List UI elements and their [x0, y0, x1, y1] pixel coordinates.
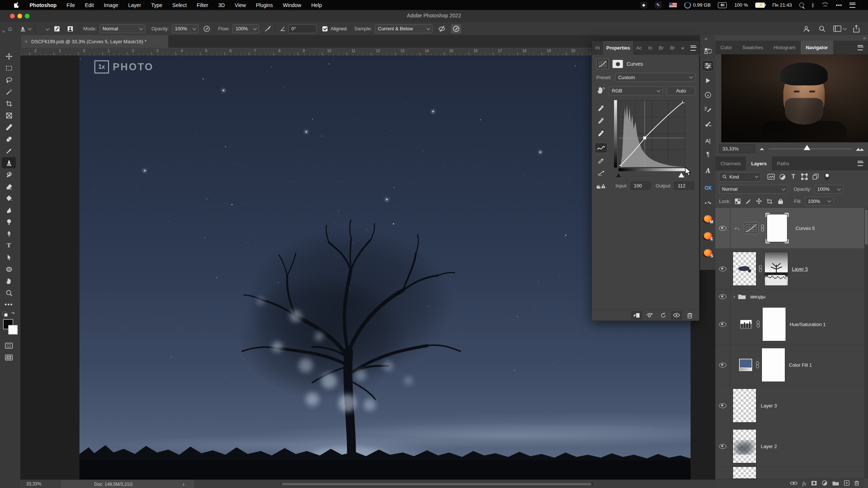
layer-row-layer-3[interactable]: Layer 3	[715, 385, 864, 426]
channel-dropdown[interactable]: RGB	[609, 87, 663, 95]
new-group-icon[interactable]	[832, 481, 839, 487]
tab-navigator[interactable]: Navigator	[801, 41, 833, 54]
history-brush-tool[interactable]	[2, 169, 16, 180]
preset-dropdown[interactable]: Custom	[615, 73, 695, 82]
zoom-out-icon[interactable]	[759, 147, 765, 150]
black-point-eyedropper-icon[interactable]	[595, 103, 607, 113]
mask-link-icon[interactable]	[756, 321, 760, 328]
visibility-toggle[interactable]	[715, 289, 730, 304]
tab-swatches[interactable]: Swatches	[737, 41, 768, 54]
curves-graph[interactable]	[618, 100, 685, 167]
hand-tool[interactable]	[2, 275, 16, 287]
output-value[interactable]: 112	[674, 182, 694, 190]
clone-stamp-tool[interactable]	[2, 157, 16, 168]
layer-row-layer-2[interactable]: Layer 2	[715, 426, 864, 467]
link-layers-icon[interactable]	[790, 481, 797, 487]
pressure-size-button[interactable]	[451, 24, 461, 34]
tab-properties[interactable]: Properties	[603, 41, 633, 55]
layer-row-curves-5[interactable]: ⌐↓ Curves 5	[715, 208, 864, 249]
brush-settings-panel-icon[interactable]	[702, 104, 714, 115]
curve-white-point[interactable]	[682, 101, 685, 103]
layer-row-group-zvezdy[interactable]: › звезды	[715, 289, 864, 304]
rightcol-collapse-icon[interactable]: «	[863, 35, 865, 41]
gradient-tool[interactable]	[2, 193, 16, 204]
edit-points-tool-icon[interactable]	[595, 143, 607, 153]
type-tool[interactable]: T	[2, 240, 16, 251]
auto-button[interactable]: Auto	[667, 87, 695, 95]
navigator-menu-icon[interactable]	[852, 41, 868, 54]
navigator-zoom-value[interactable]: 33,33%	[719, 144, 755, 153]
layer-row-color-fill-1[interactable]: Color Fill 1	[715, 345, 864, 386]
apple-icon[interactable]	[14, 2, 20, 8]
screen-mode-button[interactable]	[2, 352, 16, 363]
layer-thumbnail[interactable]	[733, 467, 756, 479]
brushes-panel-icon[interactable]	[702, 118, 714, 129]
layer-name[interactable]: звезды	[750, 294, 765, 299]
opacity-dropdown[interactable]: 100%	[172, 24, 199, 33]
glyphs-panel-icon[interactable]: A	[702, 165, 714, 176]
properties-panel-icon[interactable]	[702, 60, 714, 71]
tab-paths[interactable]: Paths	[772, 156, 794, 170]
layers-opacity-dropdown[interactable]: 100%	[814, 185, 843, 194]
actions-panel-icon[interactable]	[702, 75, 714, 86]
layer-name[interactable]: Color Fill 1	[789, 362, 812, 368]
layer-thumbnail[interactable]	[733, 389, 756, 423]
clip-to-layer-icon[interactable]	[631, 311, 642, 320]
visibility-toggle[interactable]	[715, 467, 730, 479]
color-fill-layer-icon[interactable]	[739, 358, 753, 372]
paragraph-panel-icon[interactable]: ¶	[702, 149, 714, 160]
healing-brush-tool[interactable]	[2, 133, 16, 145]
tab-histogram[interactable]: Histogram	[768, 41, 800, 54]
frame-tool[interactable]	[2, 110, 16, 121]
hue-saturation-layer-icon[interactable]	[740, 320, 752, 329]
status-zoom[interactable]: 33,33%	[26, 481, 41, 487]
dock-collapse-icon[interactable]: «	[705, 36, 706, 41]
properties-menu-icon[interactable]	[687, 41, 699, 55]
wifi-icon[interactable]	[822, 3, 828, 7]
crop-tool[interactable]	[2, 98, 16, 109]
move-tool[interactable]	[2, 51, 16, 62]
view-previous-state-icon[interactable]	[644, 311, 655, 320]
input-language-flag-icon[interactable]	[669, 3, 677, 7]
blend-mode-dropdown[interactable]: Normal	[719, 185, 788, 194]
toggle-visibility-icon[interactable]	[671, 311, 682, 320]
mask-thumbnail[interactable]	[762, 307, 786, 341]
tab-channels[interactable]: Channels	[715, 156, 746, 170]
keyboard-icon[interactable]	[718, 2, 727, 8]
menu-edit[interactable]: Edit	[85, 2, 94, 8]
battery-icon[interactable]: ⚡	[755, 3, 765, 8]
add-mask-icon[interactable]	[811, 481, 817, 487]
curves-mask-thumbnail[interactable]	[767, 214, 787, 242]
layer-row-hue-saturation-1[interactable]: Hue/Saturation 1	[715, 304, 864, 345]
marquee-tool[interactable]	[2, 62, 16, 74]
flow-dropdown[interactable]: 100%	[233, 24, 259, 33]
list-icon[interactable]	[850, 3, 855, 8]
background-color-swatch[interactable]	[8, 325, 18, 335]
mask-link-icon[interactable]	[761, 224, 764, 232]
workspace-switcher[interactable]	[833, 26, 846, 32]
layer-name[interactable]: Hue/Saturation 1	[790, 322, 826, 327]
tab-actions-truncated[interactable]: Ac	[633, 41, 645, 55]
tab-brush-settings-truncated[interactable]: Br	[667, 41, 678, 55]
highlight-input-slider[interactable]	[678, 173, 684, 177]
lock-all-icon[interactable]	[777, 199, 784, 204]
group-expand-icon[interactable]: ›	[733, 294, 735, 299]
mask-link-icon[interactable]	[756, 361, 759, 369]
status-chevron-icon[interactable]: ›	[183, 481, 184, 487]
shape-tool[interactable]	[2, 264, 16, 275]
visibility-toggle[interactable]	[715, 385, 730, 426]
layer-name[interactable]: Layer 5	[792, 266, 808, 272]
menu-type[interactable]: Type	[151, 2, 162, 8]
character-panel-icon[interactable]: A|	[702, 135, 714, 146]
airbrush-icon[interactable]	[264, 25, 272, 33]
zoom-in-icon[interactable]	[855, 146, 864, 151]
search-icon[interactable]	[818, 25, 826, 33]
navigator-zoom-thumb[interactable]	[804, 145, 810, 150]
menu-window[interactable]: Window	[283, 2, 301, 8]
zoom-tool[interactable]	[2, 287, 16, 298]
ignore-adjustment-layers-icon[interactable]	[438, 25, 446, 33]
new-layer-icon[interactable]	[844, 480, 850, 487]
status-app-icon-1[interactable]: ◆	[640, 1, 647, 9]
smooth-curve-icon[interactable]	[595, 168, 607, 178]
gray-point-eyedropper-icon[interactable]	[595, 116, 607, 126]
